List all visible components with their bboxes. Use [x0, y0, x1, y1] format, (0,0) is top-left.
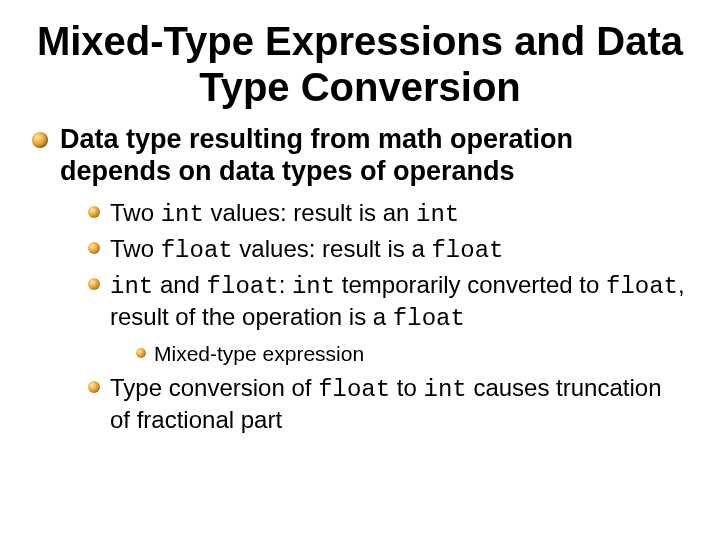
code-int: int	[292, 273, 335, 300]
text: :	[279, 271, 292, 298]
text: Type conversion of	[110, 374, 318, 401]
text: to	[390, 374, 423, 401]
code-int: int	[161, 201, 204, 228]
point-main: Data type resulting from math operation …	[32, 124, 688, 435]
code-float: float	[318, 376, 390, 403]
text: values: result is an	[204, 199, 416, 226]
code-float: float	[431, 237, 503, 264]
code-float: float	[606, 273, 678, 300]
bullet-list-level-3: Mixed-type expression	[110, 340, 688, 367]
point-two-float: Two float values: result is a float	[88, 234, 688, 266]
code-float: float	[161, 237, 233, 264]
text: and	[153, 271, 206, 298]
text: temporarily converted to	[335, 271, 606, 298]
point-int-and-float: int and float: int temporarily converted…	[88, 270, 688, 367]
code-int: int	[416, 201, 459, 228]
slide-title: Mixed-Type Expressions and Data Type Con…	[32, 18, 688, 110]
text: Two	[110, 235, 161, 262]
text: Two	[110, 199, 161, 226]
bullet-list-level-1: Data type resulting from math operation …	[32, 124, 688, 435]
point-main-text: Data type resulting from math operation …	[60, 124, 573, 186]
point-truncation: Type conversion of float to int causes t…	[88, 373, 688, 435]
code-float: float	[207, 273, 279, 300]
code-float: float	[393, 305, 465, 332]
point-two-int: Two int values: result is an int	[88, 198, 688, 230]
code-int: int	[110, 273, 153, 300]
text: values: result is a	[233, 235, 432, 262]
slide: Mixed-Type Expressions and Data Type Con…	[0, 0, 720, 540]
code-int: int	[424, 376, 467, 403]
bullet-list-level-2: Two int values: result is an int Two flo…	[60, 198, 688, 435]
point-mixed-type-expression: Mixed-type expression	[136, 340, 688, 367]
